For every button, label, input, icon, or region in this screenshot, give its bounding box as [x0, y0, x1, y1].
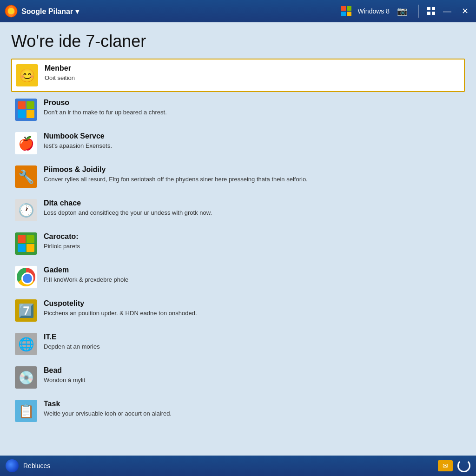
main-content: Wo're ide 7-claner 😊 Menber Ooit seition…: [0, 22, 476, 456]
numbook-desc: Iest's apaasion Exensets.: [44, 142, 461, 150]
dita-icon: 🕐: [15, 199, 37, 221]
bead-icon: 💿: [15, 366, 37, 389]
member-content: Menber Ooit seition: [45, 64, 460, 82]
bead-desc: Wondon á mylit: [44, 376, 461, 384]
piimoos-title: Piimoos & Joidily: [44, 165, 461, 174]
cuspotelity-content: Cuspotelity Picchens an pouition upder. …: [44, 299, 461, 317]
list-item[interactable]: 💿 Bead Wondon á mylit: [11, 362, 465, 393]
windows-label: Windows 8: [358, 7, 390, 15]
list-item[interactable]: 🌐 IT.E Depden at an mories: [11, 328, 465, 360]
refresh-icon[interactable]: [457, 459, 470, 472]
list-item[interactable]: Carocato: Pirliolc parets: [11, 228, 465, 259]
cuspotelity-icon: 7️⃣: [15, 299, 37, 322]
footer: Rebluces ✉: [0, 456, 476, 476]
windows8-logo-icon: [341, 6, 351, 16]
items-list: 😊 Menber Ooit seition Prouso Don't an ir…: [11, 59, 465, 429]
titlebar-controls: Windows 8 📷 — ✕: [341, 5, 471, 18]
dita-content: Dita chace Loss depton and consitficeg t…: [44, 199, 461, 217]
list-item[interactable]: 😊 Menber Ooit seition: [11, 59, 465, 92]
member-icon: 😊: [16, 64, 38, 86]
prouso-content: Prouso Don't an ir tho make to fur up be…: [44, 99, 461, 117]
itle-content: IT.E Depden at an mories: [44, 333, 461, 351]
list-item[interactable]: 7️⃣ Cuspotelity Picchens an pouition upd…: [11, 295, 465, 326]
numbook-icon: 🍎: [15, 132, 37, 154]
itle-title: IT.E: [44, 333, 461, 341]
prouso-title: Prouso: [44, 99, 461, 107]
mail-icon[interactable]: ✉: [438, 460, 453, 471]
itle-icon: 🌐: [15, 333, 37, 355]
bead-title: Bead: [44, 366, 461, 375]
cuspotelity-title: Cuspotelity: [44, 299, 461, 308]
footer-label: Rebluces: [23, 462, 438, 469]
itle-desc: Depden at an mories: [44, 343, 461, 351]
carocato-title: Carocato:: [44, 232, 461, 241]
list-item[interactable]: Gadem P.II knoWork & prexdebre phole: [11, 261, 465, 293]
list-item[interactable]: 🔧 Piimoos & Joidily Conver rylles all re…: [11, 161, 465, 192]
camera-icon[interactable]: 📷: [394, 5, 410, 17]
carocato-content: Carocato: Pirliolc parets: [44, 232, 461, 251]
task-content: Task Weitle your orvisuable looh or aocu…: [44, 400, 461, 418]
page-title: Wo're ide 7-claner: [11, 32, 465, 51]
prouso-icon: [15, 99, 37, 121]
list-item[interactable]: 📋 Task Weitle your orvisuable looh or ao…: [11, 395, 465, 427]
list-item[interactable]: Prouso Don't an ir tho make to fur up be…: [11, 94, 465, 126]
close-button[interactable]: ✕: [459, 5, 471, 17]
footer-icons: ✉: [438, 459, 470, 472]
minimize-button[interactable]: —: [440, 6, 454, 17]
numbook-content: Numbook Servce Iest's apaasion Exensets.: [44, 132, 461, 150]
titlebar-title: Soogle Pilanar ▾: [21, 7, 341, 16]
member-title: Menber: [45, 64, 460, 73]
carocato-icon: [15, 232, 37, 255]
titlebar: Soogle Pilanar ▾ Windows 8 📷 — ✕: [0, 0, 476, 22]
list-item[interactable]: 🕐 Dita chace Loss depton and consitficeg…: [11, 194, 465, 226]
dita-title: Dita chace: [44, 199, 461, 207]
gadem-desc: P.II knoWork & prexdebre phole: [44, 276, 461, 284]
footer-logo-icon: [6, 459, 19, 472]
prouso-desc: Don't an ir tho make to fur up beared a …: [44, 108, 461, 117]
list-item[interactable]: 🍎 Numbook Servce Iest's apaasion Exenset…: [11, 127, 465, 159]
task-icon: 📋: [15, 400, 37, 422]
member-desc: Ooit seition: [45, 74, 460, 82]
task-desc: Weitle your orvisuable looh or aocurt on…: [44, 410, 461, 418]
gadem-title: Gadem: [44, 266, 461, 274]
piimoos-desc: Conver rylles all resurd, Eltg fon serio…: [44, 175, 461, 184]
dita-desc: Loss depton and consitficeg the your ur …: [44, 209, 461, 217]
carocato-desc: Pirliolc parets: [44, 242, 461, 251]
piimoos-icon: 🔧: [15, 165, 37, 188]
titlebar-divider: [418, 5, 419, 18]
grid-view-icon[interactable]: [427, 7, 436, 15]
numbook-title: Numbook Servce: [44, 132, 461, 140]
piimoos-content: Piimoos & Joidily Conver rylles all resu…: [44, 165, 461, 184]
task-title: Task: [44, 400, 461, 408]
gadem-content: Gadem P.II knoWork & prexdebre phole: [44, 266, 461, 284]
browser-logo-icon: [5, 5, 18, 18]
gadem-icon: [15, 266, 37, 288]
bead-content: Bead Wondon á mylit: [44, 366, 461, 384]
cuspotelity-desc: Picchens an pouition upder. & HDN eadne …: [44, 309, 461, 317]
